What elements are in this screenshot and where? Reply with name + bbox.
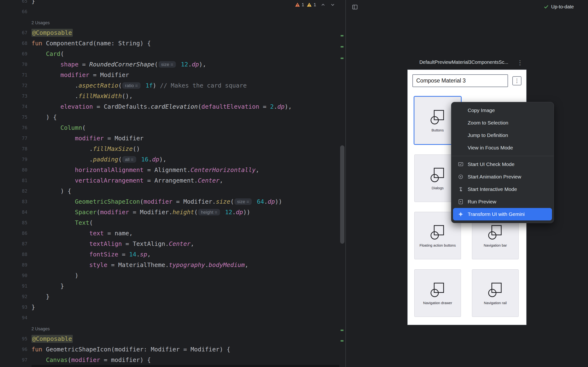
preview-options-button[interactable]: ⋮ (516, 58, 524, 67)
scrollbar-thumb[interactable] (340, 145, 345, 244)
line-number[interactable]: 85 (0, 220, 27, 225)
code-text[interactable]: modifier = Modifier (27, 135, 144, 142)
inspections-widget[interactable]: 1 1 (295, 2, 335, 8)
horizontal-scrollbar[interactable] (32, 365, 339, 367)
code-text[interactable]: Column( (27, 124, 86, 131)
code-line[interactable]: 2 Usages (0, 323, 339, 334)
code-line[interactable]: 95@Composable (0, 334, 339, 344)
code-line[interactable]: 84 Spacer(modifier = Modifier.height(hei… (0, 207, 339, 217)
line-number[interactable]: 89 (0, 262, 27, 267)
code-line[interactable]: 87 textAlign = TextAlign.Center, (0, 238, 339, 249)
line-number[interactable]: 87 (0, 241, 27, 246)
code-line[interactable]: 75 ) { (0, 112, 339, 122)
code-line[interactable]: 82 ) { (0, 186, 339, 196)
line-number[interactable]: 70 (0, 62, 27, 67)
line-number[interactable]: 94 (0, 315, 27, 320)
preview-layout-button[interactable] (351, 3, 359, 11)
code-text[interactable]: fun ComponentCard(name: String) { (27, 40, 151, 47)
line-number[interactable]: 84 (0, 209, 27, 215)
code-text[interactable]: fun GeometricShapeIcon(modifier: Modifie… (27, 346, 230, 353)
line-number[interactable]: 92 (0, 294, 27, 299)
line-number[interactable]: 71 (0, 72, 27, 77)
code-text[interactable]: Spacer(modifier = Modifier.height(height… (27, 209, 250, 216)
line-number[interactable]: 75 (0, 114, 27, 120)
code-text[interactable]: Text( (27, 219, 93, 226)
code-text[interactable]: fontSize = 14.sp, (27, 251, 151, 258)
code-text[interactable]: ) { (27, 188, 71, 194)
code-line[interactable]: 94 (0, 312, 339, 323)
line-number[interactable]: 72 (0, 83, 27, 88)
code-line[interactable]: 90 ) (0, 270, 339, 281)
line-number[interactable]: 93 (0, 304, 27, 310)
line-number[interactable]: 65 (0, 0, 27, 4)
code-line[interactable]: 79 .padding(all = 16.dp), (0, 154, 339, 165)
code-text[interactable]: } (27, 304, 35, 311)
code-line[interactable]: 72 .aspectRatio(ratio = 1f) // Makes the… (0, 80, 339, 91)
code-line[interactable]: 80 horizontalAlignment = Alignment.Cente… (0, 165, 339, 175)
code-text[interactable]: @Composable (27, 29, 73, 36)
code-line[interactable]: 83 GeometricShapeIcon(modifier = Modifie… (0, 196, 339, 207)
code-line[interactable]: 70 shape = RoundedCornerShape(size = 12.… (0, 59, 339, 70)
code-line[interactable]: 88 fontSize = 14.sp, (0, 249, 339, 259)
menu-item-copy-image[interactable]: Copy Image (453, 104, 552, 117)
code-text[interactable]: Canvas(modifier = modifier) { (27, 357, 151, 363)
code-line[interactable]: 89 style = MaterialTheme.typography.body… (0, 259, 339, 270)
line-number[interactable]: 97 (0, 357, 27, 362)
code-line[interactable]: 78 .fillMaxSize() (0, 143, 339, 154)
line-number[interactable]: 90 (0, 273, 27, 278)
code-text[interactable]: text = name, (27, 230, 133, 237)
code-line[interactable]: 77 modifier = Modifier (0, 133, 339, 143)
line-number[interactable]: 86 (0, 231, 27, 236)
menu-item-transform-ui-with-gemini[interactable]: Transform UI with Gemini (453, 208, 552, 220)
line-number[interactable]: 95 (0, 336, 27, 341)
line-number[interactable]: 80 (0, 167, 27, 173)
preview-card-navigation-drawer[interactable]: Navigation drawer (414, 269, 461, 317)
line-number[interactable]: 88 (0, 252, 27, 257)
menu-item-jump-to-definition[interactable]: Jump to Definition (453, 129, 552, 142)
code-text[interactable]: } (27, 283, 64, 290)
code-lines[interactable]: 65}662 Usages67@Composable68fun Componen… (0, 0, 339, 365)
line-number[interactable]: 73 (0, 93, 27, 99)
line-number[interactable]: 83 (0, 199, 27, 204)
code-line[interactable]: 71 modifier = Modifier (0, 70, 339, 80)
code-text[interactable]: @Composable (27, 335, 73, 342)
code-line[interactable]: 81 verticalArrangement = Arrangement.Cen… (0, 175, 339, 186)
code-text[interactable]: 2 Usages (27, 325, 50, 332)
code-line[interactable]: 97 Canvas(modifier = modifier) { (0, 355, 339, 365)
code-line[interactable]: 96fun GeometricShapeIcon(modifier: Modif… (0, 344, 339, 355)
code-text[interactable]: } (27, 0, 35, 5)
code-text[interactable]: textAlign = TextAlign.Center, (27, 240, 194, 247)
code-text[interactable]: 2 Usages (27, 19, 50, 26)
previous-issue-icon[interactable] (320, 2, 326, 8)
line-number[interactable]: 91 (0, 283, 27, 289)
code-text[interactable]: Card( (27, 50, 64, 57)
line-number[interactable]: 76 (0, 125, 27, 130)
menu-item-zoom-to-selection[interactable]: Zoom to Selection (453, 117, 552, 129)
line-number[interactable]: 79 (0, 157, 27, 162)
code-line[interactable]: 85 Text( (0, 217, 339, 228)
code-line[interactable]: 73 .fillMaxWidth(), (0, 91, 339, 101)
code-line[interactable]: 93} (0, 302, 339, 312)
code-text[interactable]: .padding(all = 16.dp), (27, 156, 166, 163)
menu-item-start-ui-check-mode[interactable]: Start UI Check Mode (453, 158, 552, 171)
code-line[interactable]: 74 elevation = CardDefaults.cardElevatio… (0, 101, 339, 112)
code-text[interactable]: GeometricShapeIcon(modifier = Modifier.s… (27, 198, 282, 205)
code-line[interactable]: 66 (0, 6, 339, 17)
menu-item-start-interactive-mode[interactable]: Start Interactive Mode (453, 183, 552, 195)
code-line[interactable]: 2 Usages (0, 17, 339, 27)
line-number[interactable]: 67 (0, 30, 27, 35)
code-line[interactable]: 76 Column( (0, 122, 339, 133)
menu-item-run-preview[interactable]: Run Preview (453, 195, 552, 208)
menu-item-view-in-focus-mode[interactable]: View in Focus Mode (453, 142, 552, 154)
code-line[interactable]: 92 } (0, 291, 339, 302)
code-text[interactable]: verticalArrangement = Arrangement.Center… (27, 177, 223, 184)
line-number[interactable]: 82 (0, 188, 27, 194)
line-number[interactable]: 77 (0, 135, 27, 141)
code-line[interactable]: 65} (0, 0, 339, 6)
line-number[interactable]: 81 (0, 178, 27, 183)
line-number[interactable]: 78 (0, 146, 27, 151)
code-line[interactable]: 69 Card( (0, 49, 339, 59)
code-line[interactable]: 86 text = name, (0, 228, 339, 238)
code-text[interactable]: ) (27, 272, 78, 279)
code-text[interactable]: elevation = CardDefaults.cardElevation(d… (27, 103, 292, 110)
